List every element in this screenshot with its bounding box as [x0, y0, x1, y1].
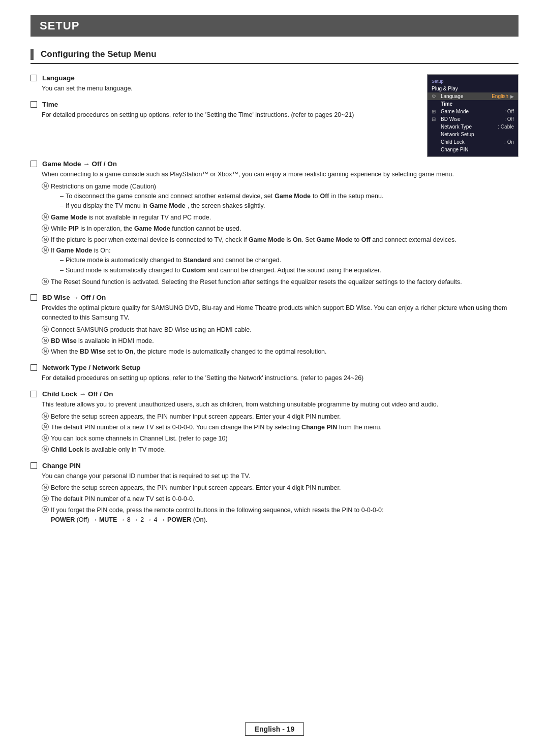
- topic-language-title: Language: [30, 74, 417, 82]
- language-section-with-menu: Language You can set the menu language. …: [30, 74, 518, 157]
- topic-changepin-body: You can change your personal ID number t…: [42, 471, 518, 525]
- checkbox-icon-bdwise: [30, 294, 37, 301]
- menu-screenshot: Setup Plug & Play ⚙ Language English ▶ T…: [427, 74, 518, 157]
- checkbox-icon: [30, 75, 37, 81]
- note-item: N While PIP is in operation, the Game Mo…: [42, 224, 518, 234]
- menu-row-childlock: Child Lock : On: [428, 138, 518, 146]
- checkbox-icon-network: [30, 364, 37, 371]
- checkbox-icon-gamemode: [30, 161, 37, 167]
- note-item: N Before the setup screen appears, the P…: [42, 483, 518, 493]
- topic-networktype-label: Network Type / Network Setup: [42, 364, 140, 371]
- menu-row-bdwise: ⊟ BD Wise : Off: [428, 115, 518, 123]
- menu-row-time: Time: [428, 100, 518, 108]
- page-footer: English - 19: [0, 722, 549, 736]
- topic-childlock-label: Child Lock → Off / On: [42, 390, 113, 398]
- topic-gamemode-title: Game Mode → Off / On: [30, 160, 518, 168]
- note-item: N Before the setup screen appears, the P…: [42, 412, 518, 422]
- note-item: N The Reset Sound function is activated.…: [42, 277, 518, 287]
- topic-time-body: For detailed procedures on setting up op…: [42, 110, 417, 120]
- note-item: N If you forget the PIN code, press the …: [42, 506, 518, 525]
- page-container: SETUP Configuring the Setup Menu Languag…: [0, 0, 549, 756]
- topic-bdwise: BD Wise → Off / On Provides the optimal …: [30, 294, 518, 357]
- note-item: N The default PIN number of a new TV set…: [42, 494, 518, 504]
- topic-childlock-body: This feature allows you to prevent unaut…: [42, 400, 518, 455]
- menu-section-setup: Setup: [428, 78, 518, 85]
- checkbox-icon-changepin: [30, 462, 37, 469]
- menu-row-networktype: Network Type : Cable: [428, 123, 518, 131]
- topic-changepin: Change PIN You can change your personal …: [30, 462, 518, 525]
- topic-language-label: Language: [42, 74, 75, 82]
- topic-time-title: Time: [30, 101, 417, 108]
- note-item: N Child Lock is available only in TV mod…: [42, 445, 518, 455]
- note-item: N If the picture is poor when external d…: [42, 235, 518, 245]
- topic-bdwise-body: Provides the optimal picture quality for…: [42, 303, 518, 357]
- topic-language: Language You can set the menu language.: [30, 74, 417, 93]
- topic-bdwise-title: BD Wise → Off / On: [30, 294, 518, 301]
- topic-gamemode: Game Mode → Off / On When connecting to …: [30, 160, 518, 287]
- content-left: Language You can set the menu language. …: [30, 74, 417, 157]
- note-item: N Connect SAMSUNG products that have BD …: [42, 325, 518, 335]
- menu-row-gamemode: ⊞ Game Mode : Off: [428, 108, 518, 115]
- topic-gamemode-label: Game Mode → Off / On: [42, 160, 117, 168]
- section-title-text: Configuring the Setup Menu: [41, 49, 157, 59]
- topic-networktype-body: For detailed procedures on setting up op…: [42, 373, 518, 383]
- topic-time-label: Time: [42, 101, 58, 108]
- footer-page-number: English - 19: [245, 722, 304, 736]
- menu-row-changepin: Change PIN: [428, 146, 518, 153]
- menu-row-networksetup: Network Setup: [428, 131, 518, 138]
- note-item: N BD Wise is available in HDMI mode.: [42, 336, 518, 346]
- topic-changepin-title: Change PIN: [30, 462, 518, 469]
- note-item: N You can lock some channels in Channel …: [42, 434, 518, 444]
- section-title: Configuring the Setup Menu: [30, 49, 518, 64]
- topic-networktype: Network Type / Network Setup For detaile…: [30, 364, 518, 383]
- topic-networktype-title: Network Type / Network Setup: [30, 364, 518, 371]
- note-item: N Game Mode is not available in regular …: [42, 213, 518, 223]
- topic-bdwise-label: BD Wise → Off / On: [42, 294, 106, 301]
- setup-title: SETUP: [40, 19, 79, 32]
- menu-screenshot-container: Setup Plug & Play ⚙ Language English ▶ T…: [427, 74, 518, 157]
- topic-language-body: You can set the menu language.: [42, 84, 417, 93]
- topic-childlock: Child Lock → Off / On This feature allow…: [30, 390, 518, 455]
- setup-header: SETUP: [30, 15, 518, 37]
- note-item: N When the BD Wise set to On, the pictur…: [42, 347, 518, 357]
- menu-row-plugplay: Plug & Play: [428, 85, 518, 92]
- note-item: N Restrictions on game mode (Caution) To…: [42, 182, 518, 211]
- topic-gamemode-body: When connecting to a game console such a…: [42, 170, 518, 287]
- topic-time: Time For detailed procedures on setting …: [30, 101, 417, 120]
- note-item: N The default PIN number of a new TV set…: [42, 423, 518, 432]
- topic-childlock-title: Child Lock → Off / On: [30, 390, 518, 398]
- checkbox-icon-childlock: [30, 391, 37, 397]
- note-item: N If Game Mode is On: Picture mode is au…: [42, 246, 518, 275]
- topic-changepin-label: Change PIN: [42, 462, 81, 469]
- section-title-bar: [30, 49, 34, 60]
- checkbox-icon-time: [30, 101, 37, 108]
- menu-row-language: ⚙ Language English ▶: [428, 92, 518, 100]
